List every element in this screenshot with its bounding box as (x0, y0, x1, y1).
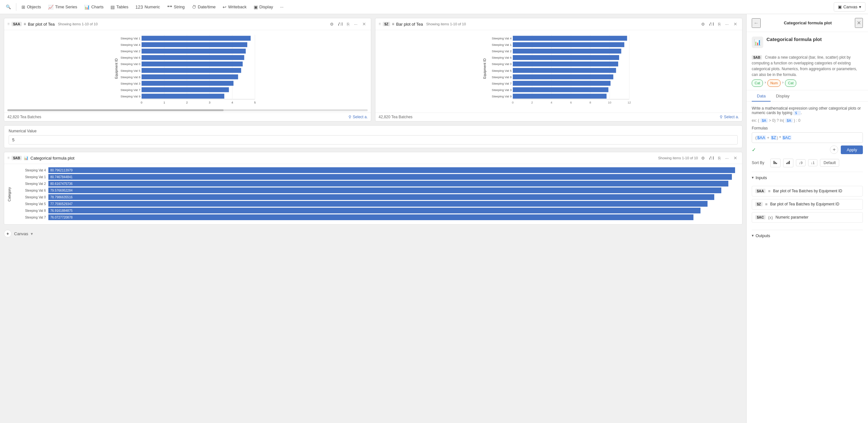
svg-rect-67 (513, 94, 607, 98)
search-button[interactable]: 🔍 (3, 3, 14, 11)
numerical-value-input[interactable] (9, 135, 738, 145)
svg-rect-19 (142, 55, 244, 60)
editor-back-btn[interactable]: ← (752, 18, 761, 28)
main-layout: ⠿ $AA ≡ Bar plot of Tea Showing items 1-… (0, 14, 868, 423)
outputs-section: ▾ Outputs (747, 230, 868, 248)
svg-text:4: 4 (551, 101, 553, 104)
inputs-section-label: Inputs (755, 175, 767, 180)
card-aa-select-label: Select a. (353, 115, 368, 119)
bar-chart-icon-aa: ≡ (24, 22, 26, 26)
toolbar-string[interactable]: ❝❝ String (164, 3, 188, 11)
card-ab-copy-btn[interactable]: ⎘ (717, 155, 722, 161)
svg-text:3: 3 (209, 101, 211, 104)
card-z-select-btn[interactable]: ⚲ Select a. (720, 115, 739, 119)
toolbar-datetime[interactable]: ⏱ Date/time (189, 3, 219, 11)
sort-btn-1[interactable] (770, 159, 780, 167)
input-ac-badge: $AC (755, 215, 766, 219)
inputs-section-header[interactable]: ▾ Inputs (752, 172, 863, 183)
display-icon: ▣ (254, 4, 258, 10)
card-ab-close-btn[interactable]: ✕ (732, 155, 739, 161)
editor-close-btn[interactable]: ✕ (855, 18, 863, 28)
toolbar-more[interactable]: ··· (277, 3, 287, 11)
svg-text:Steeping Vat 8: Steeping Vat 8 (120, 75, 140, 79)
toolbar-objects[interactable]: ⊞ Objects (18, 3, 44, 11)
input-item-ac: $AC (x) Numeric parameter (752, 212, 863, 223)
svg-rect-17 (142, 49, 246, 54)
svg-rect-65 (513, 87, 608, 92)
card-aa-copy-btn[interactable]: ⎘ (346, 21, 351, 27)
editor-main-title: Categorical formula plot (767, 36, 863, 42)
toolbar-charts[interactable]: 📊 Charts (81, 3, 107, 11)
svg-rect-49 (513, 36, 627, 41)
ex-open-paren: ( (758, 118, 759, 123)
editor-tab-display[interactable]: Display (771, 90, 795, 101)
toolbar-writeback[interactable]: ↩ Writeback (219, 3, 250, 11)
outputs-section-header[interactable]: ▾ Outputs (752, 230, 863, 241)
add-canvas-btn[interactable]: + (4, 230, 11, 238)
card-z-actions: ⚙ ⛙ ⎘ ··· ✕ (700, 21, 739, 27)
add-formula-btn[interactable]: + (830, 146, 838, 154)
card-ab-more-btn[interactable]: ··· (724, 155, 730, 161)
toolbar-numeric[interactable]: 123 Numeric (132, 3, 163, 11)
drag-handle-aa[interactable]: ⠿ (7, 23, 10, 26)
svg-text:Steeping Vat 1: Steeping Vat 1 (492, 43, 512, 47)
input-z-icon: ≡ (765, 202, 768, 207)
card-aa-more-btn[interactable]: ··· (353, 21, 359, 27)
canvas-chevron-icon: ▾ (859, 4, 861, 9)
formula-plus: + (766, 135, 771, 140)
card-z-copy-btn[interactable]: ⎘ (717, 21, 722, 27)
card-aa-select-btn[interactable]: ⚲ Select a. (348, 115, 368, 119)
toolbar-tables[interactable]: ▤ Tables (107, 3, 132, 11)
search-icon: 🔍 (6, 4, 11, 9)
drag-handle-ab[interactable]: ⠿ (7, 156, 10, 160)
outputs-section-label: Outputs (755, 233, 770, 238)
svg-text:6: 6 (570, 101, 572, 104)
toolbar: 🔍 ⊞ Objects 📈 Time Series 📊 Charts ▤ Tab… (0, 0, 868, 14)
svg-rect-61 (513, 74, 613, 79)
formula-input-wrap[interactable]: ($AA + $Z) * $AC (752, 132, 863, 143)
canvas-footer: + Canvas ▾ (4, 227, 742, 240)
card-z-more-btn[interactable]: ··· (724, 21, 730, 27)
card-aa-settings-btn[interactable]: ⚙ (329, 21, 335, 27)
card-ab-settings-btn[interactable]: ⚙ (700, 155, 706, 161)
svg-text:Steeping Vat 9: Steeping Vat 9 (120, 94, 140, 98)
drag-handle-z[interactable]: ⠿ (379, 23, 381, 26)
toolbar-display[interactable]: ▣ Display (250, 3, 276, 11)
toolbar-display-label: Display (259, 4, 273, 9)
svg-text:Equipment ID: Equipment ID (483, 58, 487, 79)
objects-icon: ⊞ (22, 4, 25, 10)
apply-button[interactable]: Apply (841, 146, 863, 154)
sort-btn-default[interactable]: Default (820, 159, 839, 167)
svg-rect-13 (142, 36, 251, 41)
svg-rect-63 (513, 81, 611, 86)
card-ab-tree-btn[interactable]: ⛙ (708, 155, 715, 161)
sort-btn-3[interactable]: ↓9 (796, 159, 806, 166)
toolbar-numeric-label: Numeric (145, 4, 160, 9)
canvas-button[interactable]: ▣ Canvas ▾ (834, 2, 865, 11)
editor-tab-data[interactable]: Data (752, 90, 771, 101)
sort-bar-desc-icon (773, 160, 778, 165)
card-aa-tree-btn[interactable]: ⛙ (337, 21, 344, 27)
svg-rect-29 (142, 87, 229, 92)
svg-rect-23 (142, 68, 241, 73)
canvas-area[interactable]: ⠿ $AA ≡ Bar plot of Tea Showing items 1-… (0, 14, 746, 423)
svg-text:Steeping Vat 2: Steeping Vat 2 (492, 49, 512, 53)
card-aa-scrollbar[interactable] (4, 108, 371, 113)
toolbar-time-series[interactable]: 📈 Time Series (45, 3, 81, 11)
charts-icon: 📊 (84, 4, 90, 10)
sort-btn-2[interactable] (783, 159, 794, 167)
toolbar-charts-label: Charts (91, 4, 103, 9)
card-aa-close-btn[interactable]: ✕ (361, 21, 368, 27)
datetime-icon: ⏱ (192, 4, 196, 10)
input-ac-icon: (x) (768, 215, 773, 220)
input-item-aa: $AA ≡ Bar plot of Tea Batches by Equipme… (752, 186, 863, 197)
editor-desc-area: $AB Create a new categorical (bar, line,… (747, 51, 868, 90)
card-z-close-btn[interactable]: ✕ (732, 21, 739, 27)
sort-btn-4[interactable]: ↓1 (808, 159, 818, 166)
card-z-settings-btn[interactable]: ⚙ (700, 21, 706, 27)
svg-text:5: 5 (254, 101, 256, 104)
toolbar-writeback-label: Writeback (228, 4, 247, 9)
svg-text:Equipment ID: Equipment ID (114, 58, 118, 79)
canvas-footer-chevron[interactable]: ▾ (31, 231, 33, 236)
card-z-tree-btn[interactable]: ⛙ (708, 21, 715, 27)
